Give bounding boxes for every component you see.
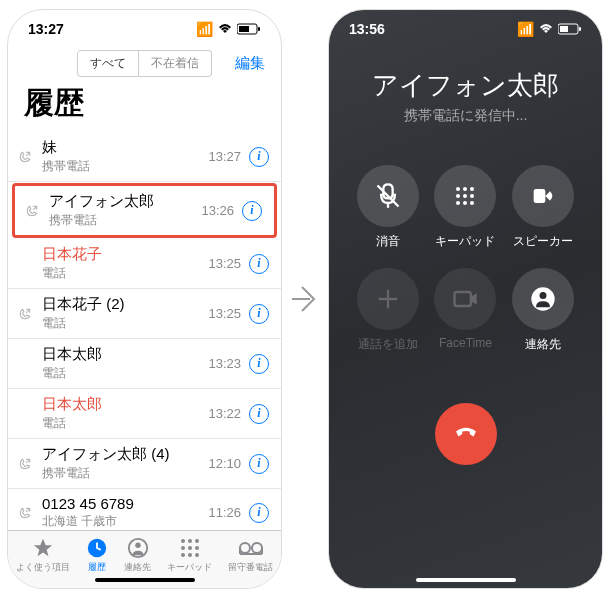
call-row[interactable]: 日本太郎電話13:23i bbox=[8, 339, 281, 389]
tab-voicemail[interactable]: 留守番電話 bbox=[228, 537, 273, 574]
call-name: 日本花子 (2) bbox=[42, 295, 208, 314]
contacts-button[interactable]: 連絡先 bbox=[508, 268, 578, 353]
call-type: 電話 bbox=[42, 315, 208, 332]
info-icon[interactable]: i bbox=[249, 254, 269, 274]
segment-missed[interactable]: 不在着信 bbox=[139, 50, 212, 77]
keypad-button[interactable]: キーパッド bbox=[431, 165, 501, 250]
call-row-main: 妹携帯電話 bbox=[42, 138, 208, 175]
info-icon[interactable]: i bbox=[249, 147, 269, 167]
battery-icon bbox=[237, 23, 261, 35]
call-row[interactable]: 日本花子 (2)電話13:25i bbox=[8, 289, 281, 339]
call-name: 0123 45 6789 bbox=[42, 495, 208, 512]
call-row[interactable]: アイフォン太郎 (4)携帯電話12:10i bbox=[8, 439, 281, 489]
info-icon[interactable]: i bbox=[249, 404, 269, 424]
call-name: 日本太郎 bbox=[42, 395, 208, 414]
call-type: 携帯電話 bbox=[42, 158, 208, 175]
button-label: キーパッド bbox=[435, 233, 495, 250]
svg-point-16 bbox=[540, 292, 547, 299]
tab-icon bbox=[181, 537, 199, 559]
tab-contacts[interactable]: 連絡先 bbox=[124, 537, 151, 574]
add-call-icon bbox=[357, 268, 419, 330]
caller-info: アイフォン太郎 携帯電話に発信中... bbox=[329, 48, 602, 165]
call-controls: 消音キーパッドスピーカー通話を追加FaceTime連絡先 bbox=[329, 165, 602, 353]
button-label: 消音 bbox=[376, 233, 400, 250]
status-bar: 13:56 📶 bbox=[329, 10, 602, 48]
button-label: 連絡先 bbox=[525, 336, 561, 353]
info-icon[interactable]: i bbox=[242, 201, 262, 221]
mute-button[interactable]: 消音 bbox=[353, 165, 423, 250]
call-time: 13:23 bbox=[208, 356, 241, 371]
call-row[interactable]: 妹携帯電話13:27i bbox=[8, 132, 281, 182]
call-time: 13:27 bbox=[208, 149, 241, 164]
call-row-main: 日本太郎電話 bbox=[42, 395, 208, 432]
call-list[interactable]: 妹携帯電話13:27iアイフォン太郎携帯電話13:26i日本花子電話13:25i… bbox=[8, 132, 281, 552]
call-row-main: 日本花子 (2)電話 bbox=[42, 295, 208, 332]
call-time: 13:25 bbox=[208, 256, 241, 271]
svg-point-5 bbox=[135, 543, 141, 549]
svg-rect-12 bbox=[560, 26, 568, 32]
contacts-icon bbox=[512, 268, 574, 330]
outgoing-call-icon bbox=[18, 150, 36, 164]
tab-icon bbox=[86, 537, 108, 559]
caller-status: 携帯電話に発信中... bbox=[329, 107, 602, 125]
speaker-button[interactable]: スピーカー bbox=[508, 165, 578, 250]
call-time: 13:26 bbox=[201, 203, 234, 218]
status-bar: 13:27 📶 bbox=[8, 10, 281, 48]
home-indicator bbox=[95, 578, 195, 582]
tab-icon bbox=[32, 537, 54, 559]
button-label: スピーカー bbox=[513, 233, 573, 250]
button-label: FaceTime bbox=[439, 336, 492, 350]
info-icon[interactable]: i bbox=[249, 354, 269, 374]
call-type: 携帯電話 bbox=[42, 465, 208, 482]
status-icons: 📶 bbox=[196, 21, 261, 37]
tab-keypad[interactable]: キーパッド bbox=[167, 537, 212, 574]
call-row-main: アイフォン太郎 (4)携帯電話 bbox=[42, 445, 208, 482]
svg-rect-2 bbox=[258, 27, 260, 31]
outgoing-call-icon bbox=[18, 307, 36, 321]
tab-label: よく使う項目 bbox=[16, 561, 70, 574]
tab-favorites[interactable]: よく使う項目 bbox=[16, 537, 70, 574]
calling-screen: 13:56 📶 アイフォン太郎 携帯電話に発信中... 消音キーパッドスピーカー… bbox=[328, 9, 603, 589]
recents-screen: 13:27 📶 すべて 不在着信 編集 履歴 妹携帯電話13:27iアイフォン太… bbox=[7, 9, 282, 589]
call-name: アイフォン太郎 bbox=[49, 192, 201, 211]
info-icon[interactable]: i bbox=[249, 454, 269, 474]
call-type: 電話 bbox=[42, 265, 208, 282]
add-call-button: 通話を追加 bbox=[353, 268, 423, 353]
svg-point-6 bbox=[240, 543, 250, 553]
tab-label: キーパッド bbox=[167, 561, 212, 574]
call-row[interactable]: 日本花子電話13:25i bbox=[8, 239, 281, 289]
segment-control-wrap: すべて 不在着信 編集 bbox=[8, 48, 281, 79]
mute-icon bbox=[357, 165, 419, 227]
end-call-button[interactable] bbox=[435, 403, 497, 465]
call-row-main: 日本花子電話 bbox=[42, 245, 208, 282]
home-indicator bbox=[416, 578, 516, 582]
outgoing-call-icon bbox=[18, 457, 36, 471]
info-icon[interactable]: i bbox=[249, 503, 269, 523]
segment-all[interactable]: すべて bbox=[77, 50, 139, 77]
svg-rect-13 bbox=[579, 27, 581, 31]
speaker-icon bbox=[512, 165, 574, 227]
status-time: 13:56 bbox=[349, 21, 385, 37]
outgoing-call-icon bbox=[25, 204, 43, 218]
call-name: アイフォン太郎 (4) bbox=[42, 445, 208, 464]
tab-recents[interactable]: 履歴 bbox=[86, 537, 108, 574]
tab-icon bbox=[127, 537, 149, 559]
call-type: 携帯電話 bbox=[49, 212, 201, 229]
svg-rect-1 bbox=[239, 26, 249, 32]
call-time: 13:22 bbox=[208, 406, 241, 421]
svg-rect-14 bbox=[455, 292, 471, 306]
call-time: 13:25 bbox=[208, 306, 241, 321]
info-icon[interactable]: i bbox=[249, 304, 269, 324]
button-label: 通話を追加 bbox=[358, 336, 418, 353]
call-row[interactable]: 日本太郎電話13:22i bbox=[8, 389, 281, 439]
call-type: 北海道 千歳市 bbox=[42, 513, 208, 530]
call-row-main: 0123 45 6789北海道 千歳市 bbox=[42, 495, 208, 530]
edit-button[interactable]: 編集 bbox=[235, 54, 265, 73]
keypad-icon bbox=[434, 165, 496, 227]
call-type: 電話 bbox=[42, 415, 208, 432]
page-title: 履歴 bbox=[8, 79, 281, 132]
call-row[interactable]: アイフォン太郎携帯電話13:26i bbox=[12, 183, 277, 238]
call-time: 12:10 bbox=[208, 456, 241, 471]
tab-label: 連絡先 bbox=[124, 561, 151, 574]
tab-label: 履歴 bbox=[88, 561, 106, 574]
